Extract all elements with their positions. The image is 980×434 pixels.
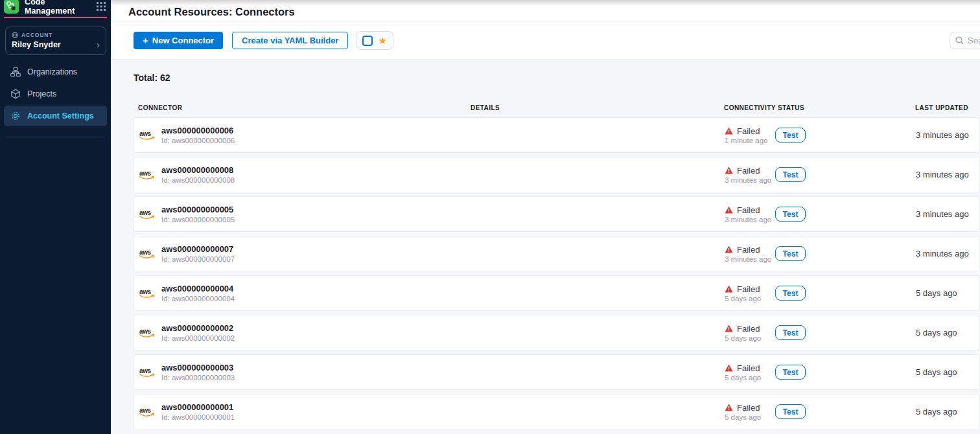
aws-logo-icon: aws bbox=[139, 209, 156, 220]
connectivity-status-cell: Failed 5 days ago Test bbox=[725, 363, 916, 382]
connector-id: Id: aws000000000001 bbox=[161, 413, 235, 422]
table-body: aws aws000000000006 Id: aws000000000006 bbox=[134, 117, 980, 429]
test-button[interactable]: Test bbox=[775, 246, 806, 261]
table-row[interactable]: aws aws000000000002 Id: aws000000000002 bbox=[134, 315, 980, 350]
cube-icon bbox=[10, 89, 21, 99]
last-updated-cell: 3 minutes ago bbox=[916, 130, 979, 140]
connector-cell: aws aws000000000005 Id: aws000000000005 bbox=[134, 205, 471, 224]
last-updated-cell: 5 days ago bbox=[916, 367, 979, 377]
module-title: Code Management bbox=[25, 0, 97, 16]
search-box bbox=[950, 32, 980, 49]
table-row[interactable]: aws aws000000000007 Id: aws000000000007 bbox=[134, 236, 980, 271]
connector-name-block: aws000000000005 Id: aws000000000005 bbox=[161, 205, 235, 224]
test-button[interactable]: Test bbox=[775, 128, 806, 143]
test-button[interactable]: Test bbox=[775, 167, 806, 182]
warning-icon bbox=[725, 285, 733, 293]
test-button[interactable]: Test bbox=[775, 365, 806, 380]
connectivity-status-cell: Failed 3 minutes ago Test bbox=[725, 166, 916, 184]
connector-name: aws000000000001 bbox=[161, 402, 235, 412]
total-count: Total: 62 bbox=[134, 73, 980, 83]
status-time: 3 minutes ago bbox=[725, 216, 775, 223]
sidebar-item-label: Projects bbox=[27, 89, 56, 98]
total-label: Total: bbox=[134, 73, 158, 83]
search-icon bbox=[955, 36, 964, 45]
sidebar-divider bbox=[5, 137, 106, 137]
sidebar-item-projects[interactable]: Projects bbox=[4, 84, 107, 104]
column-header-connectivity-status: CONNECTIVITY STATUS bbox=[724, 104, 915, 111]
connector-name: aws000000000004 bbox=[161, 284, 235, 293]
star-icon[interactable]: ★ bbox=[378, 36, 386, 45]
svg-text:aws: aws bbox=[139, 130, 152, 137]
connector-name: aws000000000008 bbox=[161, 165, 235, 175]
connector-name-block: aws000000000006 Id: aws000000000006 bbox=[161, 126, 235, 145]
sidebar-item-organizations[interactable]: Organizations bbox=[4, 62, 107, 82]
connectivity-status-cell: Failed 3 minutes ago Test bbox=[725, 205, 916, 223]
connector-name-block: aws000000000008 Id: aws000000000008 bbox=[161, 165, 235, 185]
aws-logo-icon: aws bbox=[139, 169, 156, 181]
column-header-details: DETAILS bbox=[471, 104, 724, 111]
connectivity-status-cell: Failed 3 minutes ago Test bbox=[725, 245, 916, 263]
column-header-connector: CONNECTOR bbox=[134, 104, 471, 111]
table-row[interactable]: aws aws000000000003 Id: aws000000000003 bbox=[134, 354, 980, 390]
last-updated-cell: 5 days ago bbox=[916, 328, 979, 337]
svg-text:aws: aws bbox=[139, 248, 152, 255]
test-button[interactable]: Test bbox=[775, 325, 806, 340]
globe-icon bbox=[12, 32, 18, 38]
code-management-logo-icon[interactable] bbox=[4, 0, 19, 14]
svg-text:aws: aws bbox=[139, 209, 152, 216]
account-label: ACCOUNT bbox=[21, 32, 52, 38]
connector-id: Id: aws000000000004 bbox=[161, 294, 235, 303]
test-button[interactable]: Test bbox=[775, 404, 806, 419]
sidebar: Code Management bbox=[0, 0, 111, 434]
connector-name-block: aws000000000004 Id: aws000000000004 bbox=[161, 284, 235, 303]
status-text: Failed bbox=[737, 403, 760, 413]
account-scope-selector[interactable]: ACCOUNT Riley Snyder › bbox=[5, 27, 106, 55]
favorites-checkbox[interactable] bbox=[362, 36, 373, 46]
table-row[interactable]: aws aws000000000006 Id: aws000000000006 bbox=[134, 117, 980, 153]
last-updated-cell: 5 days ago bbox=[916, 407, 979, 417]
table-row[interactable]: aws aws000000000004 Id: aws000000000004 bbox=[134, 275, 980, 311]
status-time: 5 days ago bbox=[725, 334, 775, 342]
column-header-last-updated: LAST UPDATED bbox=[915, 104, 980, 111]
status-time: 3 minutes ago bbox=[725, 176, 775, 184]
status-time: 5 days ago bbox=[725, 413, 775, 421]
search-input[interactable] bbox=[968, 36, 980, 45]
toolbar: + New Connector Create via YAML Builder … bbox=[111, 21, 980, 60]
sidebar-item-account-settings[interactable]: Account Settings bbox=[4, 106, 107, 126]
warning-icon bbox=[725, 325, 733, 332]
connector-name: aws000000000003 bbox=[161, 363, 235, 372]
connectors-content: Total: 62 CONNECTOR DETAILS CONNECTIVITY… bbox=[111, 60, 980, 434]
status-text: Failed bbox=[737, 126, 760, 136]
connector-name-block: aws000000000001 Id: aws000000000001 bbox=[161, 402, 235, 422]
table-row[interactable]: aws aws000000000001 Id: aws000000000001 bbox=[134, 394, 980, 429]
table-row[interactable]: aws aws000000000005 Id: aws000000000005 bbox=[134, 196, 980, 232]
connectivity-status-cell: Failed 5 days ago Test bbox=[725, 324, 916, 342]
app-switcher-grid-icon[interactable] bbox=[97, 2, 106, 11]
sidebar-item-label: Account Settings bbox=[27, 111, 94, 120]
account-name: Riley Snyder bbox=[12, 40, 61, 49]
connector-id: Id: aws000000000006 bbox=[161, 136, 235, 145]
table-row[interactable]: aws aws000000000008 Id: aws000000000008 bbox=[134, 157, 980, 192]
status-text: Failed bbox=[737, 166, 760, 176]
sidebar-header: Code Management bbox=[0, 0, 111, 14]
test-button[interactable]: Test bbox=[775, 286, 806, 301]
plus-icon: + bbox=[143, 35, 148, 46]
status-time: 1 minute ago bbox=[725, 137, 775, 144]
status-block: Failed 5 days ago bbox=[725, 284, 775, 303]
svg-text:aws: aws bbox=[139, 406, 152, 413]
aws-logo-icon: aws bbox=[139, 367, 156, 378]
connector-name-block: aws000000000003 Id: aws000000000003 bbox=[161, 363, 235, 382]
connector-cell: aws aws000000000002 Id: aws000000000002 bbox=[134, 323, 471, 343]
aws-logo-icon: aws bbox=[139, 327, 156, 339]
warning-icon bbox=[725, 166, 733, 174]
aws-logo-icon: aws bbox=[139, 406, 156, 418]
status-block: Failed 5 days ago bbox=[725, 363, 775, 382]
status-time: 5 days ago bbox=[725, 295, 775, 303]
connector-cell: aws aws000000000001 Id: aws000000000001 bbox=[134, 402, 471, 422]
create-yaml-builder-button[interactable]: Create via YAML Builder bbox=[232, 32, 348, 49]
test-button[interactable]: Test bbox=[775, 207, 806, 222]
new-connector-button[interactable]: + New Connector bbox=[134, 32, 223, 49]
connector-cell: aws aws000000000007 Id: aws000000000007 bbox=[134, 244, 471, 264]
svg-text:aws: aws bbox=[139, 327, 152, 334]
favorites-filter-group: ★ bbox=[356, 31, 393, 50]
